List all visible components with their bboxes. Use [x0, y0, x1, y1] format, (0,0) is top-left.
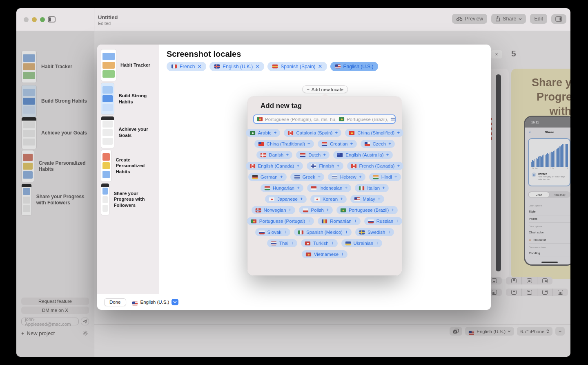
- language-pill[interactable]: Danish+: [256, 151, 292, 159]
- plus-icon[interactable]: +: [291, 240, 294, 246]
- traffic-close-button[interactable]: [24, 17, 29, 22]
- language-pill[interactable]: Czech+: [361, 140, 395, 148]
- plus-icon[interactable]: +: [350, 141, 353, 147]
- email-field[interactable]: john-Appleseed@mac.com: [21, 318, 79, 325]
- language-pill[interactable]: Swedish+: [355, 228, 394, 236]
- language-pill[interactable]: English (Canada)+: [246, 162, 303, 170]
- new-project-button[interactable]: + New project: [21, 330, 55, 336]
- plus-icon[interactable]: +: [307, 141, 310, 147]
- language-pill[interactable]: Croatian+: [318, 140, 356, 148]
- layout-option-icon[interactable]: [506, 277, 521, 284]
- plus-icon[interactable]: +: [307, 218, 310, 224]
- plus-icon[interactable]: +: [337, 163, 340, 169]
- language-pill[interactable]: Portuguese (Brazil)+: [336, 206, 398, 214]
- plus-icon[interactable]: +: [397, 130, 400, 136]
- option-row[interactable]: Padding: [529, 250, 570, 257]
- traffic-minimize-button[interactable]: [32, 17, 37, 22]
- send-icon[interactable]: [81, 318, 89, 325]
- language-pill[interactable]: Japanese+: [265, 195, 307, 203]
- close-icon[interactable]: ×: [491, 50, 502, 58]
- plus-icon[interactable]: +: [341, 251, 344, 257]
- plus-icon[interactable]: +: [388, 229, 390, 235]
- plus-icon[interactable]: +: [300, 196, 303, 202]
- add-slide-button[interactable]: +: [555, 327, 565, 336]
- language-pill[interactable]: Thai+: [267, 239, 297, 247]
- layout-option-icon[interactable]: [521, 277, 537, 284]
- language-pill[interactable]: China (Simplified)+: [345, 129, 403, 137]
- done-button[interactable]: Done: [104, 298, 126, 306]
- tab-chart[interactable]: Chart: [529, 192, 550, 197]
- language-pill[interactable]: Catalonia (Spain)+: [284, 129, 341, 137]
- plus-icon[interactable]: +: [345, 185, 347, 191]
- language-pill[interactable]: Spanish (Mexico)+: [294, 228, 352, 236]
- chevron-down-icon[interactable]: [519, 18, 522, 20]
- edit-button[interactable]: Edit: [530, 14, 547, 24]
- modal-slide-item[interactable]: Build Strong Habits: [101, 83, 157, 114]
- plus-icon[interactable]: +: [391, 207, 394, 213]
- tab-heat-map[interactable]: Heat-map: [549, 193, 570, 196]
- gear-icon[interactable]: [82, 330, 88, 336]
- add-tag-input[interactable]: Portuguese (Portugal), ca, ms, hu,Portug…: [253, 114, 396, 124]
- plus-icon[interactable]: +: [397, 163, 400, 169]
- language-pill[interactable]: Italian+: [355, 184, 389, 192]
- language-pill[interactable]: Dutch+: [296, 151, 330, 159]
- device-stepper[interactable]: 6.7" iPhone: [517, 327, 552, 336]
- language-pill[interactable]: Hindi+: [369, 173, 401, 181]
- translate-button[interactable]: A: [450, 327, 462, 336]
- plus-icon[interactable]: +: [354, 218, 357, 224]
- layout-option-icon[interactable]: [552, 289, 568, 296]
- sidebar-item[interactable]: Habit Tracker: [22, 51, 91, 83]
- modal-slide-item[interactable]: Create Personalized Habits: [101, 150, 157, 181]
- sidebar-toggle-icon[interactable]: [48, 16, 56, 23]
- preview-button[interactable]: Preview: [452, 14, 487, 24]
- dm-me-button[interactable]: DM me on X: [21, 307, 89, 314]
- sidebar-item[interactable]: Build Strong Habits: [22, 85, 91, 117]
- plus-icon[interactable]: +: [297, 185, 300, 191]
- plus-icon[interactable]: +: [331, 240, 334, 246]
- remove-icon[interactable]: ✕: [318, 63, 323, 69]
- language-pill[interactable]: Polish+: [299, 206, 333, 214]
- default-locale-dropdown[interactable]: English (U.S.): [132, 298, 179, 306]
- plus-icon[interactable]: +: [396, 218, 399, 224]
- layout-option-icon[interactable]: [537, 277, 552, 284]
- language-pill[interactable]: Turkish+: [301, 239, 337, 247]
- plus-icon[interactable]: +: [386, 152, 389, 158]
- modal-slide-item[interactable]: Share your Progress with Followers: [101, 184, 157, 215]
- plus-icon[interactable]: +: [326, 207, 329, 213]
- language-pill[interactable]: Malay+: [350, 195, 384, 203]
- layout-option-icon[interactable]: [537, 289, 552, 296]
- locale-tag[interactable]: English (U.K.)✕: [209, 62, 264, 71]
- language-pill[interactable]: Portuguese (Portugal)+: [247, 217, 314, 225]
- language-pill[interactable]: Hebrew+: [328, 173, 365, 181]
- option-row[interactable]: Text color: [529, 236, 570, 244]
- plus-icon[interactable]: +: [335, 130, 338, 136]
- language-pill[interactable]: German+: [248, 173, 287, 181]
- chart-type-segmented-control[interactable]: ChartHeat-map: [528, 191, 570, 198]
- language-pill[interactable]: Indonesian+: [307, 184, 351, 192]
- language-pill[interactable]: Korean+: [310, 195, 347, 203]
- option-row[interactable]: Style: [529, 208, 570, 215]
- plus-icon[interactable]: +: [289, 207, 292, 213]
- plus-icon[interactable]: +: [378, 196, 381, 202]
- remove-icon[interactable]: ✕: [255, 63, 260, 69]
- share-button[interactable]: Share: [491, 14, 526, 24]
- plus-icon[interactable]: +: [345, 229, 348, 235]
- option-row[interactable]: Points: [529, 215, 570, 223]
- language-pill[interactable]: Greek+: [290, 173, 324, 181]
- sidebar-item[interactable]: Share your Progress with Followers: [22, 184, 91, 215]
- chevron-down-icon[interactable]: [172, 299, 178, 305]
- plus-icon[interactable]: +: [274, 130, 276, 136]
- language-pill[interactable]: Hungarian+: [261, 184, 303, 192]
- plus-icon[interactable]: +: [388, 141, 391, 147]
- plus-icon[interactable]: +: [359, 174, 362, 180]
- locale-tag[interactable]: English (U.S.): [330, 62, 378, 71]
- layout-option-icon[interactable]: [521, 289, 537, 296]
- traffic-zoom-button[interactable]: [40, 17, 45, 22]
- language-pill[interactable]: Arabic+: [246, 129, 281, 137]
- plus-icon[interactable]: +: [296, 163, 299, 169]
- remove-icon[interactable]: ✕: [197, 63, 202, 69]
- language-pill[interactable]: Slovak+: [255, 228, 291, 236]
- locale-tag[interactable]: Spanish (Spain)✕: [267, 62, 327, 71]
- plus-icon[interactable]: +: [318, 174, 321, 180]
- language-pill[interactable]: French (Canada)+: [347, 162, 404, 170]
